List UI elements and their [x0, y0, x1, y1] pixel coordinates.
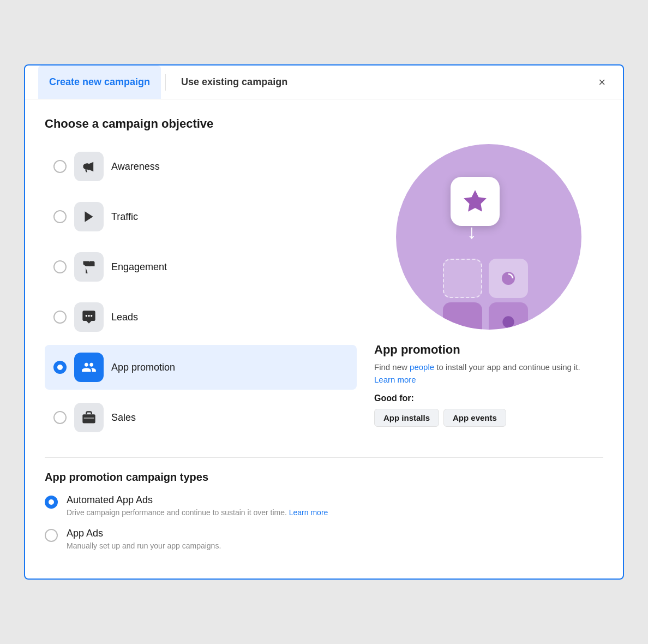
description-text-2: to install your app and continue using i…: [434, 362, 580, 372]
automated-name: Automated App Ads: [67, 494, 328, 506]
leads-icon: [74, 302, 104, 332]
automated-desc: Drive campaign performance and continue …: [67, 508, 328, 517]
radio-engagement[interactable]: [53, 260, 67, 273]
radio-leads[interactable]: [53, 311, 67, 324]
awareness-label: Awareness: [111, 161, 160, 172]
objective-app-promotion[interactable]: App promotion: [45, 345, 357, 390]
tab-header: Create new campaign Use existing campaig…: [25, 65, 623, 99]
modal-body: Choose a campaign objective: [25, 99, 623, 579]
right-column: ↓: [374, 144, 603, 440]
app-ads-name: App Ads: [67, 528, 221, 539]
radio-traffic[interactable]: [53, 210, 67, 223]
radio-app-ads[interactable]: [45, 529, 58, 542]
svg-rect-4: [84, 418, 94, 419]
svg-point-2: [91, 315, 93, 317]
radio-awareness[interactable]: [53, 160, 67, 173]
svg-point-1: [88, 315, 90, 317]
people-link[interactable]: people: [410, 362, 434, 372]
traffic-icon: [74, 202, 104, 231]
traffic-label: Traffic: [111, 211, 138, 223]
preview-illustration: ↓: [396, 144, 581, 330]
tab-separator: [165, 74, 166, 91]
objective-leads[interactable]: Leads: [45, 295, 357, 339]
learn-more-link-preview[interactable]: Learn more: [374, 375, 416, 384]
section-title: Choose a campaign objective: [45, 117, 603, 131]
automated-text: Automated App Ads Drive campaign perform…: [67, 494, 328, 517]
leads-label: Leads: [111, 312, 138, 323]
app-grid: [443, 259, 530, 330]
awareness-icon: [74, 152, 104, 181]
automated-learn-more[interactable]: Learn more: [289, 508, 328, 517]
arrow-down-icon: ↓: [467, 220, 477, 243]
objective-traffic[interactable]: Traffic: [45, 194, 357, 239]
sales-label: Sales: [111, 412, 136, 424]
good-for-title: Good for:: [374, 393, 603, 403]
app-cell-2: [489, 259, 528, 298]
objective-engagement[interactable]: Engagement: [45, 245, 357, 289]
content-grid: Awareness Traffic: [45, 144, 603, 440]
app-ads-desc: Manually set up and run your app campaig…: [67, 541, 221, 550]
radio-app-promotion[interactable]: [53, 361, 67, 374]
campaign-type-app-ads[interactable]: App Ads Manually set up and run your app…: [45, 528, 603, 550]
svg-point-6: [502, 316, 514, 327]
app-cell-1: [443, 259, 482, 298]
section-divider: [45, 457, 603, 458]
engagement-icon: [74, 252, 104, 282]
left-column: Awareness Traffic: [45, 144, 357, 440]
engagement-label: Engagement: [111, 261, 167, 273]
tag-list: App installs App events: [374, 409, 603, 427]
campaign-type-automated[interactable]: Automated App Ads Drive campaign perform…: [45, 494, 603, 517]
preview-title: App promotion: [374, 343, 603, 357]
campaign-types-title: App promotion campaign types: [45, 471, 603, 484]
svg-rect-3: [82, 414, 95, 423]
radio-automated[interactable]: [45, 496, 58, 509]
close-button[interactable]: ×: [594, 71, 610, 94]
radio-sales[interactable]: [53, 411, 67, 424]
modal-container: Create new campaign Use existing campaig…: [24, 64, 624, 580]
app-ads-text: App Ads Manually set up and run your app…: [67, 528, 221, 550]
preview-description: Find new people to install your app and …: [374, 361, 603, 386]
tag-app-events: App events: [443, 409, 506, 427]
tab-create-new[interactable]: Create new campaign: [38, 65, 161, 99]
app-cell-4: [489, 302, 528, 330]
tag-app-installs: App installs: [374, 409, 439, 427]
objective-sales[interactable]: Sales: [45, 395, 357, 440]
objective-awareness[interactable]: Awareness: [45, 144, 357, 189]
tab-use-existing[interactable]: Use existing campaign: [170, 65, 298, 99]
sales-icon: [74, 403, 104, 432]
objective-list: Awareness Traffic: [45, 144, 357, 440]
floating-app-icon: [451, 177, 500, 226]
app-cell-3: [443, 302, 482, 330]
app-promotion-icon: [74, 353, 104, 382]
app-promotion-label: App promotion: [111, 362, 175, 373]
description-text-1: Find new: [374, 362, 410, 372]
svg-point-0: [86, 315, 88, 317]
